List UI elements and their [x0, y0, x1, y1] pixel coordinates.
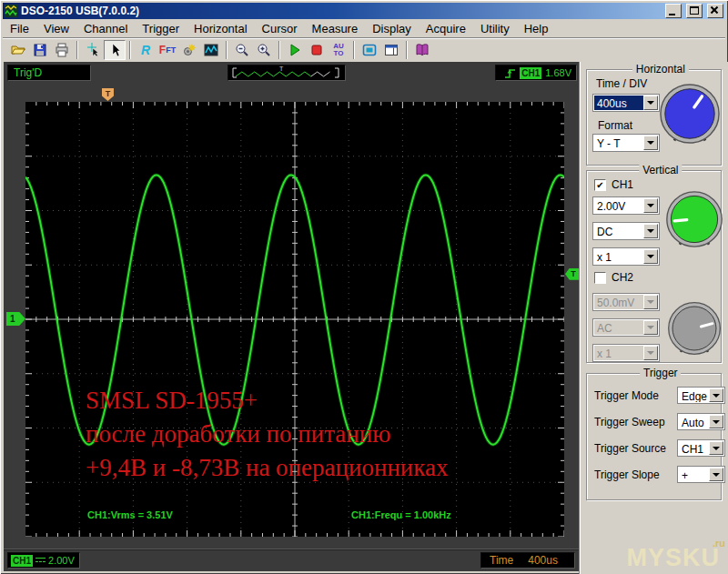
- chevron-down-icon[interactable]: [709, 415, 723, 428]
- trigger-slope-select[interactable]: +: [677, 466, 725, 483]
- auto-set-icon: AUTO: [333, 43, 344, 57]
- chevron-down-icon[interactable]: [709, 388, 723, 402]
- chevron-down-icon[interactable]: [643, 346, 658, 360]
- app-window: DSO-2150 USB(7.0.0.2) FileViewChannelTri…: [0, 0, 728, 574]
- maximize-button[interactable]: [686, 4, 703, 18]
- trigger-row-label: Trigger Mode: [594, 389, 659, 402]
- toolbar-open-button[interactable]: [7, 40, 29, 60]
- title-bar: DSO-2150 USB(7.0.0.2): [3, 3, 725, 19]
- menu-item-utility[interactable]: Utility: [473, 21, 517, 37]
- menu-item-help[interactable]: Help: [517, 21, 556, 37]
- time-div-select[interactable]: 400us: [592, 94, 660, 112]
- toolbar-separator: [129, 41, 131, 59]
- combo-value: Edge: [679, 388, 710, 402]
- toolbar-auto-set-button[interactable]: AUTO: [328, 40, 349, 60]
- toolbar-display-button[interactable]: [359, 40, 380, 60]
- toolbar-zoom-in-button[interactable]: [253, 40, 275, 60]
- toolbar-waveform-button[interactable]: [200, 40, 222, 60]
- ch1-checkbox[interactable]: ✔: [594, 179, 606, 191]
- toolbar-stop-button[interactable]: [306, 40, 328, 60]
- watermark-text: MYSKU: [626, 544, 720, 571]
- format-select[interactable]: Y - T: [592, 134, 660, 152]
- svg-text:T: T: [279, 65, 284, 72]
- combo-value: CH1: [679, 441, 710, 455]
- scope-grid: SMSL SD-1955+после доработки по питанию+…: [25, 102, 564, 537]
- waveform-preview-box[interactable]: T: [228, 65, 346, 81]
- menu-item-view[interactable]: View: [36, 21, 76, 37]
- toolbar-fft-button[interactable]: FFT: [157, 40, 178, 60]
- trigger-level-marker[interactable]: T: [565, 268, 579, 280]
- ch1-probe-select[interactable]: x 1: [592, 247, 660, 266]
- ch2-checkbox[interactable]: [594, 272, 606, 284]
- toolbar-separator: [76, 41, 78, 59]
- print-icon: [55, 43, 69, 57]
- ch1-coupling-select[interactable]: DC: [592, 222, 660, 240]
- trigger-position-marker[interactable]: T: [102, 88, 114, 101]
- close-button[interactable]: [707, 4, 723, 18]
- ch1-volts-select[interactable]: 2.00V: [592, 196, 660, 215]
- trigger-sweep-select[interactable]: Auto: [677, 413, 725, 430]
- menu-item-acquire[interactable]: Acquire: [419, 21, 473, 37]
- annotation-text: SMSL SD-1955+после доработки по питанию+…: [86, 384, 448, 485]
- combo-value: 400us: [594, 96, 644, 110]
- chevron-down-icon[interactable]: [643, 224, 658, 238]
- ch2-volts-select: 50.0mV: [592, 293, 660, 311]
- toolbar-cursor-cross-button[interactable]: [82, 40, 104, 60]
- save-icon: [33, 43, 47, 57]
- ch2-probe-select: x 1: [592, 344, 660, 362]
- ch1-position-knob[interactable]: [665, 190, 723, 248]
- trigger-channel-badge: CH1: [520, 67, 541, 79]
- toolbar-print-button[interactable]: [51, 40, 73, 60]
- chevron-down-icon[interactable]: [643, 96, 658, 110]
- vertical-group-title: Vertical: [639, 164, 682, 176]
- ch2-coupling-select: AC: [592, 318, 660, 337]
- watermark: MYSKU.ru: [626, 544, 720, 572]
- toolbar-save-button[interactable]: [29, 40, 51, 60]
- chevron-down-icon[interactable]: [709, 441, 723, 455]
- chevron-down-icon[interactable]: [643, 295, 658, 309]
- settings-icon: [182, 43, 197, 57]
- ch1-enable-row: ✔ CH1: [594, 178, 633, 191]
- annotation-line: SMSL SD-1955+: [86, 384, 448, 418]
- trigger-row-trigger-slope: Trigger Slope+: [594, 466, 716, 484]
- chevron-down-icon[interactable]: [643, 320, 658, 335]
- trigger-mode-select[interactable]: Edge: [677, 387, 725, 404]
- chevron-down-icon[interactable]: [709, 468, 723, 481]
- zoom-out-icon: [235, 43, 249, 57]
- toolbar-pointer-button[interactable]: [104, 40, 126, 60]
- pointer-icon: [107, 43, 122, 57]
- horizontal-knob[interactable]: [659, 83, 721, 145]
- channel1-level-marker[interactable]: 1: [6, 312, 25, 326]
- trigger-group-title: Trigger: [640, 367, 682, 379]
- toolbar-zoom-out-button[interactable]: [231, 40, 253, 60]
- menu-item-file[interactable]: File: [3, 21, 36, 37]
- toolbar-run-button[interactable]: [284, 40, 306, 60]
- toolbar: RFFTAUTO: [3, 37, 725, 62]
- combo-value: Y - T: [594, 136, 644, 150]
- chevron-down-icon[interactable]: [643, 249, 658, 264]
- menu-item-display[interactable]: Display: [365, 21, 419, 37]
- toolbar-refresh-r-button[interactable]: R: [135, 40, 157, 60]
- menu-item-trigger[interactable]: Trigger: [135, 21, 187, 37]
- run-icon: [288, 43, 302, 57]
- annotation-line: +9,4В и -8,73В на операционниках: [86, 451, 448, 485]
- vertical-group: Vertical ✔ CH1 2.00V DC x 1 CH2 50.0mV A…: [586, 170, 722, 363]
- menu-item-channel[interactable]: Channel: [76, 21, 135, 37]
- minimize-button[interactable]: [665, 4, 682, 18]
- trigger-source-select[interactable]: CH1: [677, 439, 725, 457]
- watermark-suffix: .ru: [713, 538, 725, 549]
- toolbar-settings-button[interactable]: [178, 40, 200, 60]
- menu-item-horizontal[interactable]: Horizontal: [187, 21, 255, 37]
- chevron-down-icon[interactable]: [643, 198, 658, 213]
- ch1-label: CH1: [612, 178, 633, 191]
- combo-value: x 1: [594, 346, 644, 360]
- menu-item-measure[interactable]: Measure: [305, 21, 366, 37]
- menu-item-cursor[interactable]: Cursor: [255, 21, 305, 37]
- measurement-frequency: CH1:Frequ = 1.00kHz: [351, 509, 451, 520]
- time-scale-box: Time 400us: [480, 552, 575, 569]
- ch2-position-knob[interactable]: [667, 301, 722, 356]
- toolbar-window-button[interactable]: [380, 40, 402, 60]
- toolbar-help-button[interactable]: [411, 40, 433, 60]
- chevron-down-icon[interactable]: [643, 136, 658, 150]
- app-logo-icon: [5, 5, 17, 17]
